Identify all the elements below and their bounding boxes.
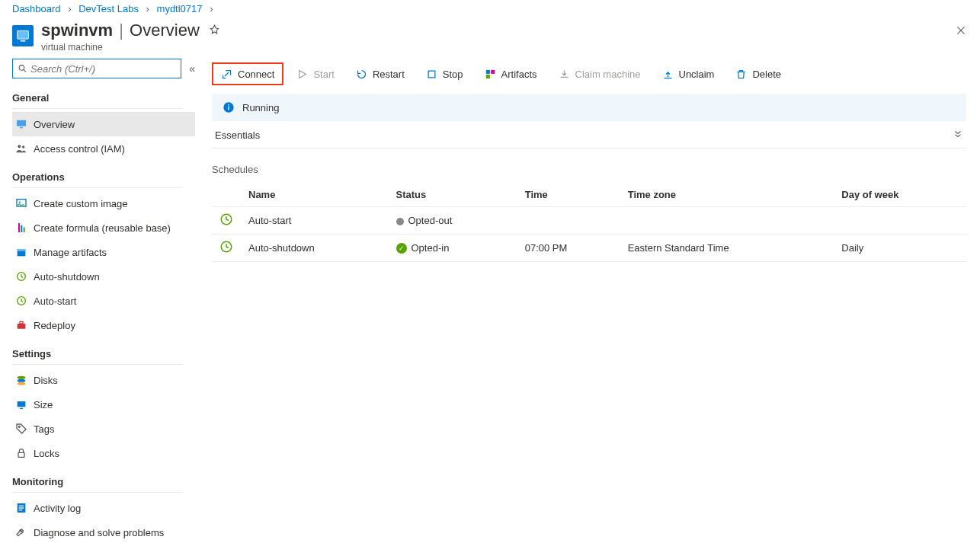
cell-name: Auto-start <box>242 207 390 235</box>
svg-point-35 <box>228 104 229 106</box>
nav-item-label: Redeploy <box>34 320 75 331</box>
nav-item-manage-artifacts[interactable]: Manage artifacts <box>12 240 195 264</box>
cell-timezone <box>622 207 836 235</box>
svg-point-5 <box>18 145 21 148</box>
col-name[interactable]: Name <box>242 183 390 207</box>
clock-icon <box>15 295 27 307</box>
nav-item-label: Auto-shutdown <box>34 271 100 283</box>
artifacts-button[interactable]: Artifacts <box>476 62 546 85</box>
svg-rect-32 <box>485 75 489 78</box>
schedules-title: Schedules <box>212 164 966 175</box>
svg-rect-3 <box>17 120 26 126</box>
nav-item-create-formula[interactable]: Create formula (reusable base) <box>12 216 195 240</box>
col-dow[interactable]: Day of week <box>835 183 966 207</box>
svg-rect-16 <box>18 324 26 329</box>
nav-item-label: Overview <box>34 119 75 130</box>
image-icon <box>15 197 27 209</box>
nav-item-label: Tags <box>34 423 54 435</box>
schedules-table: Name Status Time Time zone Day of week A… <box>212 183 966 262</box>
check-circle-icon: ✓ <box>396 243 407 254</box>
svg-rect-34 <box>228 107 229 110</box>
nav-item-overview[interactable]: Overview <box>12 112 195 136</box>
nav-item-create-custom-image[interactable]: Create custom image <box>12 191 195 216</box>
col-time[interactable]: Time <box>519 183 622 207</box>
start-button: Start <box>288 62 342 85</box>
nav-section-monitoring: Monitoring <box>12 470 195 492</box>
col-status[interactable]: Status <box>390 183 519 207</box>
button-label: Claim machine <box>575 69 641 80</box>
restart-button[interactable]: Restart <box>347 62 413 85</box>
svg-point-20 <box>18 382 26 385</box>
search-icon <box>18 63 27 74</box>
search-box[interactable] <box>12 59 181 78</box>
svg-point-19 <box>18 379 26 382</box>
svg-rect-29 <box>428 71 435 78</box>
download-icon <box>559 69 570 80</box>
col-timezone[interactable]: Time zone <box>622 183 836 207</box>
nav-item-label: Create formula (reusable base) <box>34 222 171 234</box>
nav-item-activity-log[interactable]: Activity log <box>12 496 195 520</box>
button-label: Restart <box>373 69 405 80</box>
page-header: spwinvm | Overview virtual machine <box>0 21 980 59</box>
svg-point-23 <box>18 426 20 427</box>
stop-button[interactable]: Stop <box>418 62 472 85</box>
clock-icon <box>219 212 233 226</box>
delete-button[interactable]: Delete <box>727 62 789 85</box>
close-button[interactable] <box>956 25 966 39</box>
nav-item-redeploy[interactable]: Redeploy <box>12 313 195 337</box>
resource-type-label: virtual machine <box>41 42 968 53</box>
connect-button[interactable]: Connect <box>212 62 283 85</box>
breadcrumb-dashboard[interactable]: Dashboard <box>12 3 61 14</box>
nav-item-label: Auto-start <box>34 295 76 307</box>
claim-machine-button: Claim machine <box>550 62 649 85</box>
svg-rect-24 <box>18 452 24 457</box>
nav-item-label: Disks <box>34 375 58 386</box>
unclaim-button[interactable]: Unclaim <box>654 62 723 85</box>
breadcrumb-devtestlabs[interactable]: DevTest Labs <box>78 3 139 14</box>
flask-icon <box>15 222 27 234</box>
status-bar: Running <box>212 94 966 121</box>
button-label: Delete <box>752 69 781 80</box>
nav-item-label: Access control (IAM) <box>34 143 125 155</box>
nav-item-diagnose[interactable]: Diagnose and solve problems <box>12 520 195 545</box>
table-row[interactable]: Auto-shutdown ✓Opted-in 07:00 PM Eastern… <box>212 235 966 262</box>
info-icon <box>223 101 235 113</box>
clock-icon <box>219 240 233 254</box>
button-label: Stop <box>443 69 463 80</box>
nav-item-size[interactable]: Size <box>12 392 195 417</box>
nav-item-label: Diagnose and solve problems <box>34 527 164 538</box>
collapse-sidebar-button[interactable]: « <box>189 62 195 75</box>
monitor-icon <box>15 118 27 130</box>
svg-rect-11 <box>24 227 25 232</box>
nav-item-tags[interactable]: Tags <box>12 417 195 441</box>
button-label: Connect <box>238 69 274 80</box>
restart-icon <box>356 69 367 80</box>
svg-rect-26 <box>19 506 24 506</box>
nav-item-disks[interactable]: Disks <box>12 368 195 392</box>
svg-rect-17 <box>20 321 23 324</box>
people-icon <box>15 142 27 155</box>
nav-item-label: Manage artifacts <box>34 247 107 258</box>
cell-status: Opted-out <box>390 207 519 235</box>
nav-item-auto-start[interactable]: Auto-start <box>12 289 195 313</box>
svg-rect-1 <box>21 40 26 42</box>
essentials-toggle[interactable]: Essentials <box>212 121 966 149</box>
cell-name: Auto-shutdown <box>242 235 390 262</box>
svg-point-2 <box>19 65 24 71</box>
stop-icon <box>426 69 437 80</box>
svg-point-8 <box>19 201 21 203</box>
table-row[interactable]: Auto-start Opted-out <box>212 207 966 235</box>
search-input[interactable] <box>27 63 176 75</box>
pin-icon[interactable] <box>209 21 220 40</box>
svg-rect-28 <box>19 509 23 510</box>
svg-point-18 <box>18 376 26 379</box>
nav-item-access-control[interactable]: Access control (IAM) <box>12 136 195 161</box>
lock-icon <box>15 447 27 459</box>
main-content: Connect Start Restart Stop Artifacts Cla… <box>195 59 980 559</box>
nav-item-auto-shutdown[interactable]: Auto-shutdown <box>12 264 195 289</box>
button-label: Artifacts <box>501 69 537 80</box>
cell-status: ✓Opted-in <box>390 235 519 262</box>
nav-item-locks[interactable]: Locks <box>12 441 195 465</box>
breadcrumb-lab[interactable]: mydtl0717 <box>157 3 203 14</box>
status-text: Running <box>242 102 279 113</box>
